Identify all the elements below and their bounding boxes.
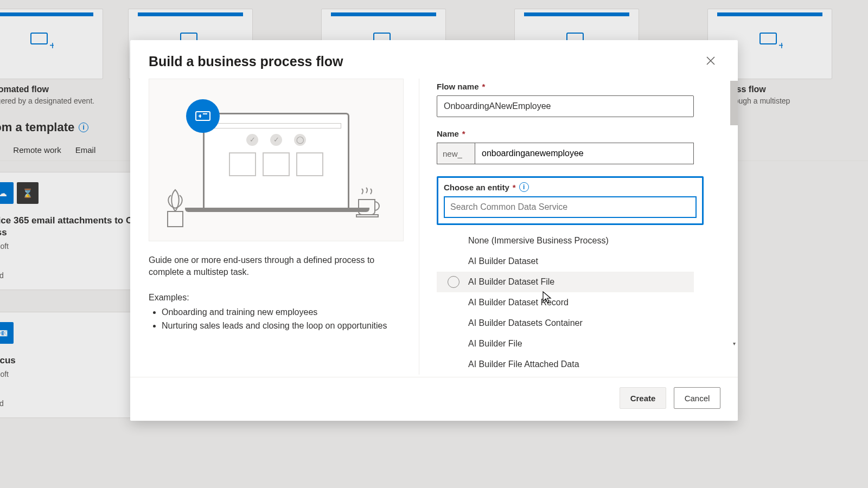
form-panel: Flow name * Name * new_ bbox=[419, 79, 738, 375]
entity-option[interactable]: AI Builder Dataset bbox=[437, 251, 694, 272]
name-input[interactable] bbox=[475, 143, 694, 164]
close-button[interactable] bbox=[702, 53, 719, 70]
choose-entity-section: Choose an entity * i bbox=[437, 176, 704, 225]
svg-rect-11 bbox=[196, 112, 210, 120]
entity-option-label: None (Immersive Business Process) bbox=[468, 236, 609, 246]
example-item: Onboarding and training new employees bbox=[162, 306, 404, 319]
entity-option-label: AI Builder Dataset bbox=[468, 256, 538, 266]
illustration-panel: ✓✓◯ Guide on bbox=[149, 79, 419, 375]
flow-name-input[interactable] bbox=[437, 95, 694, 117]
entity-option[interactable]: AI Builder Dataset File bbox=[437, 272, 694, 292]
entity-option-label: AI Builder Dataset Record bbox=[468, 298, 569, 307]
laptop-icon: ✓✓◯ bbox=[203, 113, 349, 208]
close-icon bbox=[706, 56, 715, 65]
entity-search-input[interactable] bbox=[444, 196, 697, 218]
modal-overlay: Build a business process flow bbox=[0, 0, 868, 488]
scrollbar-thumb[interactable] bbox=[730, 81, 738, 125]
cup-icon bbox=[355, 187, 385, 219]
guide-description: Guide one or more end-users through a de… bbox=[149, 254, 404, 279]
entity-option-label: AI Builder File Attached Data bbox=[468, 359, 579, 369]
required-star: * bbox=[482, 82, 486, 91]
entity-option[interactable]: AI Builder Datasets Container bbox=[437, 313, 694, 333]
flow-badge-icon bbox=[186, 99, 220, 133]
info-icon[interactable]: i bbox=[519, 182, 529, 192]
scroll-down-icon[interactable]: ▾ bbox=[730, 339, 738, 348]
modal-title: Build a business process flow bbox=[149, 54, 343, 69]
entity-option[interactable]: AI Builder Dataset Record bbox=[437, 292, 694, 313]
flow-name-label: Flow name bbox=[437, 82, 479, 91]
examples-label: Examples: bbox=[149, 293, 404, 303]
svg-rect-10 bbox=[168, 211, 183, 227]
entity-option-label: AI Builder Datasets Container bbox=[468, 318, 583, 328]
plant-icon bbox=[159, 184, 192, 228]
required-star: * bbox=[462, 129, 465, 138]
required-star: * bbox=[513, 183, 516, 192]
entity-label: Choose an entity bbox=[444, 183, 509, 192]
entity-option[interactable]: AI Builder File Attached Data bbox=[437, 354, 694, 375]
radio-icon bbox=[448, 276, 459, 288]
name-prefix: new_ bbox=[437, 143, 475, 164]
entity-option-label: AI Builder File bbox=[468, 339, 522, 349]
entity-option[interactable]: None (Immersive Business Process) bbox=[437, 230, 694, 251]
business-process-flow-modal: Build a business process flow bbox=[130, 40, 738, 421]
example-item: Nurturing sales leads and closing the lo… bbox=[162, 319, 404, 333]
process-illustration: ✓✓◯ bbox=[149, 79, 404, 241]
cancel-button[interactable]: Cancel bbox=[674, 387, 720, 409]
create-button[interactable]: Create bbox=[620, 387, 666, 409]
svg-rect-12 bbox=[356, 215, 378, 217]
entity-option-label: AI Builder Dataset File bbox=[468, 277, 554, 287]
entity-option[interactable]: AI Builder File bbox=[437, 333, 694, 354]
name-label: Name bbox=[437, 129, 459, 138]
